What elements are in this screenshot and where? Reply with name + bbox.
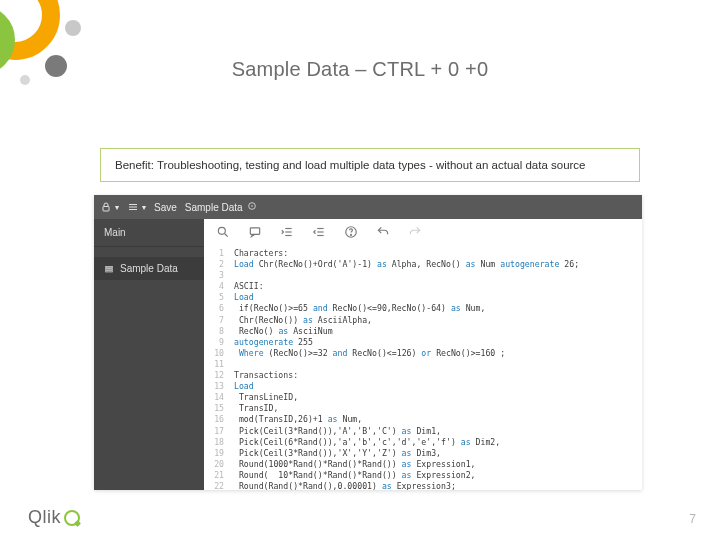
editor-column: 1234567891011121314151617181920212223242… — [204, 219, 642, 490]
svg-line-10 — [225, 234, 228, 237]
search-icon[interactable] — [216, 225, 230, 239]
script-editor-window: ▾ ▾ Save Sample Data Main Sample Data — [94, 195, 642, 490]
menu-icon[interactable]: ▾ — [127, 201, 146, 213]
svg-rect-6 — [106, 266, 113, 267]
brand-mark-icon — [64, 510, 80, 526]
breadcrumb-label: Sample Data — [185, 202, 243, 213]
sidebar-item-sample-data[interactable]: Sample Data — [94, 257, 204, 280]
save-button[interactable]: Save — [154, 202, 177, 213]
line-gutter: 1234567891011121314151617181920212223242… — [204, 245, 230, 490]
indent-icon[interactable] — [280, 225, 294, 239]
breadcrumb: Sample Data — [185, 201, 258, 213]
brand-text: Qlik — [28, 507, 61, 528]
help-icon[interactable] — [344, 225, 358, 239]
sidebar-item-label: Sample Data — [120, 263, 178, 274]
sections-sidebar: Main Sample Data — [94, 219, 204, 490]
svg-rect-8 — [106, 270, 113, 271]
page-number: 7 — [689, 512, 696, 526]
comment-icon[interactable] — [248, 225, 262, 239]
svg-point-9 — [218, 227, 225, 234]
redo-icon — [408, 225, 422, 239]
svg-point-5 — [252, 205, 254, 207]
svg-rect-11 — [250, 228, 259, 234]
svg-point-19 — [351, 234, 352, 235]
dropdown-icon — [247, 201, 257, 211]
editor-top-toolbar: ▾ ▾ Save Sample Data — [94, 195, 642, 219]
code-editor[interactable]: 1234567891011121314151617181920212223242… — [204, 245, 642, 490]
code-content[interactable]: Characters:Load Chr(RecNo()+Ord('A')-1) … — [230, 245, 642, 490]
svg-rect-0 — [103, 207, 109, 212]
lock-icon[interactable]: ▾ — [100, 201, 119, 213]
svg-rect-7 — [106, 268, 113, 269]
outdent-icon[interactable] — [312, 225, 326, 239]
benefit-callout: Benefit: Troubleshooting, testing and lo… — [100, 148, 640, 182]
sidebar-header: Main — [94, 219, 204, 247]
editor-icon-toolbar — [204, 219, 642, 245]
section-icon — [104, 264, 114, 274]
footer-brand: Qlik — [28, 507, 80, 528]
page-title: Sample Data – CTRL + 0 +0 — [0, 58, 720, 81]
undo-icon[interactable] — [376, 225, 390, 239]
